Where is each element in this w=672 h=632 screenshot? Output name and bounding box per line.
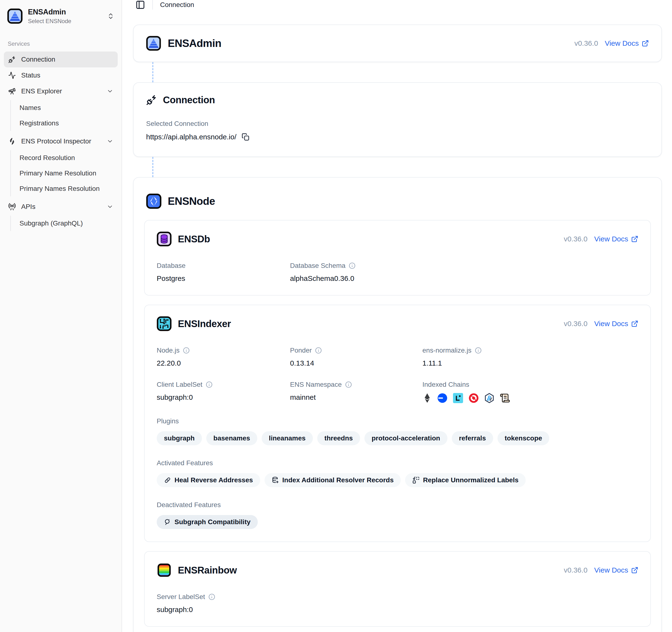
info-icon[interactable]	[209, 593, 215, 600]
field-ens-normalize: ens-normalize.js 1.11.1	[423, 346, 638, 367]
sidebar-item-label: Connection	[21, 55, 55, 63]
external-link-icon	[631, 320, 638, 327]
chain-arbitrum-icon[interactable]	[484, 393, 495, 403]
field-nodejs: Node.js 22.20.0	[157, 346, 290, 367]
info-icon[interactable]	[206, 381, 213, 388]
feature-badge: Heal Reverse Addresses	[157, 473, 260, 487]
telescope-icon	[8, 87, 16, 95]
ensrainbow-version: v0.36.0	[564, 566, 587, 574]
field-label: Client LabelSet	[157, 381, 202, 388]
chain-optimism-icon[interactable]	[469, 393, 479, 403]
chevron-down-icon	[106, 138, 113, 145]
field-value: 1.11.1	[423, 359, 638, 367]
feature-badge: Replace Unnormalized Labels	[405, 473, 526, 487]
ensindexer-card-title: ENSIndexer	[178, 318, 231, 329]
connection-card-title: Connection	[163, 95, 215, 105]
field-server-labelset: Server LabelSet subgraph:0	[157, 593, 290, 614]
indexed-chains-row	[423, 393, 638, 403]
sidebar-item-registrations[interactable]: Registrations	[11, 116, 118, 131]
info-icon[interactable]	[349, 262, 356, 269]
plugin-badge: lineanames	[262, 431, 313, 445]
field-client-labelset: Client LabelSet subgraph:0	[157, 381, 290, 403]
sidebar-item-label: Registrations	[20, 119, 59, 127]
plugins-label: Plugins	[157, 417, 638, 425]
ensdb-card-title: ENSDb	[178, 234, 210, 245]
ens-mark-icon	[8, 138, 16, 145]
feature-badge-label: Heal Reverse Addresses	[174, 476, 253, 484]
deactivated-features-label: Deactivated Features	[157, 501, 638, 509]
chevron-down-icon	[106, 88, 113, 95]
card-connector-line	[152, 62, 153, 82]
ensadmin-logo-icon	[146, 36, 161, 51]
feature-badge: Subgraph Compatibility	[157, 515, 258, 529]
ensnode-switcher[interactable]: ENSAdmin Select ENSNode	[4, 4, 118, 28]
sidebar-item-primary-name-resolution[interactable]: Primary Name Resolution	[11, 166, 118, 181]
connection-card: Connection Selected Connection https://a…	[133, 82, 662, 157]
plugin-badge: threedns	[317, 431, 360, 445]
chain-scroll-icon[interactable]	[500, 393, 510, 403]
chain-base-icon[interactable]	[437, 393, 448, 403]
selected-connection-label: Selected Connection	[146, 120, 649, 127]
chevrons-up-down-icon	[107, 13, 114, 20]
ensrainbow-view-docs-link[interactable]: View Docs	[594, 566, 638, 574]
ensrainbow-card: ENSRainbow v0.36.0 View Docs	[144, 551, 651, 627]
database-plus-icon	[272, 477, 279, 484]
sidebar-item-subgraph-graphql[interactable]: Subgraph (GraphQL)	[11, 216, 118, 231]
info-icon[interactable]	[345, 381, 352, 388]
ens-explorer-sublist: Names Registrations	[10, 100, 118, 131]
field-label: Database	[157, 262, 290, 270]
sidebar-item-apis[interactable]: APIs	[4, 199, 118, 215]
sidebar-item-label: Primary Name Resolution	[20, 169, 96, 177]
field-label: Ponder	[290, 346, 312, 354]
field-value: subgraph:0	[157, 606, 290, 614]
sidebar-toggle-button[interactable]	[136, 0, 145, 9]
ensadmin-version: v0.36.0	[574, 39, 598, 47]
plugin-badge: subgraph	[157, 431, 202, 445]
copy-icon[interactable]	[242, 133, 249, 141]
ensindexer-view-docs-link[interactable]: View Docs	[594, 320, 638, 328]
app-title: ENSAdmin	[28, 8, 102, 16]
sidebar-item-names[interactable]: Names	[11, 100, 118, 116]
info-icon[interactable]	[475, 347, 482, 354]
main-area: Connection	[122, 0, 672, 632]
activity-icon	[8, 71, 16, 79]
sidebar-item-status[interactable]: Status	[4, 67, 118, 83]
ensindexer-logo-icon	[157, 316, 172, 331]
ensdb-view-docs-link[interactable]: View Docs	[594, 235, 638, 243]
ensadmin-card-title: ENSAdmin	[168, 37, 221, 49]
sidebar-item-ens-protocol-inspector[interactable]: ENS Protocol Inspector	[4, 133, 118, 149]
sidebar-item-ens-explorer[interactable]: ENS Explorer	[4, 83, 118, 99]
sidebar-item-label: ENS Explorer	[21, 87, 62, 95]
content: ENSAdmin v0.36.0 View Docs Connection	[122, 9, 672, 632]
field-label: ENS Namespace	[290, 381, 342, 388]
view-docs-label: View Docs	[594, 320, 628, 328]
field-value: subgraph:0	[157, 393, 290, 402]
topbar: Connection	[122, 0, 672, 9]
ensadmin-view-docs-link[interactable]: View Docs	[605, 39, 649, 47]
apis-sublist: Subgraph (GraphQL)	[10, 216, 118, 231]
chevron-down-icon	[106, 203, 113, 210]
field-indexed-chains: Indexed Chains	[423, 381, 638, 403]
info-icon[interactable]	[315, 347, 322, 354]
radio-tower-icon	[8, 203, 16, 211]
chain-ethereum-icon[interactable]	[423, 393, 432, 403]
info-icon[interactable]	[183, 347, 190, 354]
connection-url: https://api.alpha.ensnode.io/	[146, 133, 236, 141]
bandage-icon	[164, 477, 171, 484]
chain-linea-icon[interactable]	[453, 393, 463, 403]
ensadmin-card: ENSAdmin v0.36.0 View Docs	[133, 25, 662, 62]
view-docs-label: View Docs	[594, 566, 628, 574]
sidebar-item-label: Status	[21, 71, 40, 79]
activated-features-row: Heal Reverse Addresses Index Additional …	[157, 473, 638, 487]
app-subtitle: Select ENSNode	[28, 18, 102, 25]
sidebar-item-primary-names-resolution[interactable]: Primary Names Resolution	[11, 181, 118, 196]
field-label: Database Schema	[290, 262, 345, 270]
ensnode-logo-icon	[146, 194, 162, 209]
feature-badge-label: Index Additional Resolver Records	[282, 476, 394, 484]
external-link-icon	[631, 566, 638, 574]
sidebar-item-connection[interactable]: Connection	[4, 51, 118, 67]
ensdb-logo-icon	[157, 232, 172, 246]
field-label: Node.js	[157, 346, 179, 354]
sidebar-item-record-resolution[interactable]: Record Resolution	[11, 150, 118, 166]
field-value: 22.20.0	[157, 359, 290, 367]
